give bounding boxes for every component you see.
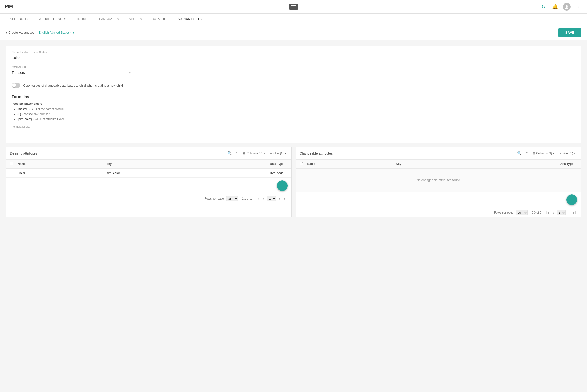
- top-bar-right: ↻ 🔔 ›: [539, 3, 582, 11]
- placeholder-desc: - Value of attribute Color: [33, 118, 64, 121]
- filter-icon: ≡: [270, 152, 272, 155]
- main-content: Name (English (United States)) Attribute…: [0, 40, 587, 392]
- refresh-button[interactable]: ↻: [539, 3, 547, 11]
- placeholder-item-l: {L} - consecutive number: [18, 112, 575, 116]
- changeable-fab-container: +: [296, 192, 581, 208]
- defining-select-all-checkbox[interactable]: [10, 162, 15, 166]
- changeable-rows-per-page-select[interactable]: 25 50 100: [516, 210, 528, 215]
- formulas-section: Formulas Possible placeholders {master} …: [12, 91, 575, 138]
- columns-icon: ⊞: [533, 152, 535, 155]
- changeable-add-button[interactable]: +: [566, 194, 577, 205]
- defining-search-button[interactable]: 🔍: [227, 150, 233, 156]
- changeable-filter-button[interactable]: ≡ Filter (0) ▾: [558, 151, 577, 156]
- defining-col-headers: Name Key Data Type: [6, 160, 291, 168]
- row-checkbox[interactable]: [10, 171, 15, 175]
- sub-header: ‹ Create Variant set English (United Sta…: [0, 26, 587, 40]
- hamburger-line: [291, 5, 296, 6]
- tab-languages[interactable]: LANGUAGES: [94, 14, 124, 25]
- save-button[interactable]: SAVE: [558, 28, 581, 37]
- notifications-button[interactable]: 🔔: [551, 3, 559, 11]
- defining-attributes-panel: Defining attributes 🔍 ↻ ⊞ Columns (3) ▾ …: [6, 147, 292, 217]
- back-link[interactable]: ‹ Create Variant set: [6, 30, 34, 35]
- defining-refresh-button[interactable]: ↻: [235, 150, 239, 156]
- changeable-attributes-panel: Changeable attributes 🔍 ↻ ⊞ Columns (3) …: [296, 147, 581, 217]
- changeable-columns-button[interactable]: ⊞ Columns (3) ▾: [531, 151, 556, 156]
- defining-attributes-title: Defining attributes: [10, 152, 224, 155]
- changeable-next-page-button[interactable]: ›: [568, 210, 571, 215]
- defining-prev-page-button[interactable]: ‹: [262, 196, 265, 201]
- expand-button[interactable]: ›: [574, 3, 582, 11]
- changeable-first-page-button[interactable]: |◂: [545, 210, 550, 215]
- defining-last-page-button[interactable]: ▸|: [283, 196, 287, 201]
- placeholder-item-master: {master} - SKU of the parent product: [18, 107, 575, 111]
- locale-selector[interactable]: English (United States) ▼: [39, 31, 75, 34]
- app-title: PIM: [5, 4, 13, 9]
- attribute-set-field-group: Attribute set Trousers Shirts Shoes ▾: [12, 65, 575, 76]
- hamburger-button[interactable]: [289, 4, 298, 10]
- defining-col-name: Name: [18, 162, 106, 166]
- defining-columns-button[interactable]: ⊞ Columns (3) ▾: [241, 151, 266, 156]
- back-arrow-icon: ‹: [6, 30, 7, 35]
- defining-add-button[interactable]: +: [277, 180, 287, 191]
- defining-fab-container: +: [6, 178, 291, 194]
- changeable-attributes-title: Changeable attributes: [300, 152, 514, 155]
- defining-first-page-button[interactable]: |◂: [256, 196, 260, 201]
- row-select-checkbox[interactable]: [10, 171, 13, 174]
- changeable-col-key: Key: [396, 162, 485, 166]
- changeable-select-all-checkbox[interactable]: [300, 162, 305, 166]
- changeable-prev-page-button[interactable]: ‹: [552, 210, 555, 215]
- changeable-search-button[interactable]: 🔍: [516, 150, 522, 156]
- defining-filter-button[interactable]: ≡ Filter (0) ▾: [269, 151, 287, 156]
- avatar[interactable]: [563, 3, 570, 11]
- tab-variant-sets[interactable]: VARIANT SETS: [174, 14, 207, 25]
- hamburger-line: [291, 8, 296, 8]
- tab-catalogs[interactable]: CATALOGS: [147, 14, 174, 25]
- changeable-columns-arrow: ▾: [553, 152, 554, 155]
- changeable-page-select[interactable]: 1: [557, 210, 566, 215]
- top-bar-center: [289, 4, 298, 10]
- changeable-last-page-button[interactable]: ▸|: [572, 210, 577, 215]
- tab-groups[interactable]: GROUPS: [71, 14, 94, 25]
- defining-rows-per-page: Rows per page: 25 50 100: [204, 196, 238, 201]
- tab-attribute-sets[interactable]: ATTRIBUTE SETS: [34, 14, 71, 25]
- toggle-knob: [12, 84, 16, 87]
- defining-filter-label: Filter (0): [273, 152, 284, 155]
- defining-filter-arrow: ▾: [285, 152, 286, 155]
- filter-icon: ≡: [560, 152, 561, 155]
- changeable-attributes-header: Changeable attributes 🔍 ↻ ⊞ Columns (3) …: [296, 147, 581, 160]
- rows-per-page-label: Rows per page:: [204, 197, 225, 200]
- formulas-title: Formulas: [12, 95, 575, 99]
- attribute-set-select[interactable]: Trousers Shirts Shoes: [12, 69, 133, 76]
- row-datatype: Tree node: [195, 171, 287, 175]
- attribute-set-label: Attribute set: [12, 65, 575, 68]
- formula-sku-input[interactable]: [12, 129, 133, 136]
- placeholders-title: Possible placeholders: [12, 102, 575, 106]
- row-key: pim_color: [106, 171, 195, 175]
- defining-next-page-button[interactable]: ›: [278, 196, 281, 201]
- changeable-col-headers: Name Key Data Type: [296, 160, 581, 168]
- defining-col-key: Key: [106, 162, 195, 166]
- changeable-columns-label: Columns (3): [536, 152, 552, 155]
- name-input[interactable]: [12, 54, 133, 62]
- back-label: Create Variant set: [9, 31, 34, 34]
- changeable-refresh-button[interactable]: ↻: [525, 150, 529, 156]
- defining-col-datatype: Data Type: [195, 162, 287, 166]
- toggle-row: Copy values of changeable attributes to …: [12, 80, 575, 91]
- placeholder-key: {master}: [18, 107, 28, 111]
- nav-tabs: ATTRIBUTES ATTRIBUTE SETS GROUPS LANGUAG…: [0, 14, 587, 26]
- tab-scopes[interactable]: SCOPES: [124, 14, 147, 25]
- placeholder-desc: - consecutive number: [22, 112, 50, 116]
- name-field-group: Name (English (United States)): [12, 50, 575, 62]
- placeholder-key: {L}: [18, 112, 21, 116]
- locale-label: English (United States): [39, 31, 71, 34]
- defining-rows-per-page-select[interactable]: 25 50 100: [226, 196, 238, 201]
- name-label: Name (English (United States)): [12, 50, 575, 54]
- copy-attributes-toggle[interactable]: [12, 83, 20, 88]
- defining-columns-label: Columns (3): [246, 152, 262, 155]
- select-all-checkbox[interactable]: [300, 162, 303, 165]
- toggle-label: Copy values of changeable attributes to …: [23, 84, 123, 87]
- defining-page-select[interactable]: 1: [267, 196, 276, 201]
- select-all-checkbox[interactable]: [10, 162, 13, 165]
- placeholder-desc: - SKU of the parent product: [29, 107, 64, 111]
- tab-attributes[interactable]: ATTRIBUTES: [5, 14, 34, 25]
